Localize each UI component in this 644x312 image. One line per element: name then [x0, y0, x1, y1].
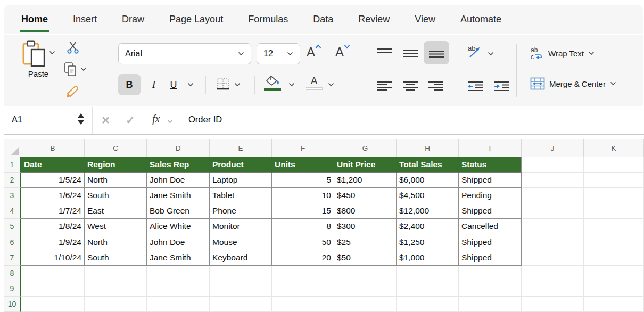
tab-view[interactable]: View: [415, 14, 435, 25]
cell[interactable]: Mouse: [210, 234, 272, 250]
chevron-down-icon[interactable]: [234, 83, 241, 87]
column-header-f[interactable]: F: [272, 139, 334, 157]
align-top-button[interactable]: [377, 47, 393, 59]
cell[interactable]: [584, 219, 644, 234]
cell[interactable]: [334, 281, 397, 297]
increase-indent-button[interactable]: [494, 80, 510, 92]
cell[interactable]: Laptop: [210, 173, 272, 188]
cell[interactable]: South: [85, 188, 147, 203]
cell[interactable]: Shipped: [459, 173, 522, 188]
align-right-button[interactable]: [428, 80, 444, 92]
cell[interactable]: Alice White: [147, 219, 210, 234]
cell[interactable]: [522, 203, 584, 219]
merge-center-button[interactable]: Merge & Center: [530, 77, 616, 90]
row-header[interactable]: 5: [4, 219, 21, 234]
cell[interactable]: [85, 266, 147, 281]
cell[interactable]: [334, 266, 397, 281]
cell[interactable]: 1/7/24: [21, 203, 85, 219]
cell[interactable]: [210, 281, 272, 297]
cell[interactable]: John Doe: [147, 173, 210, 188]
cell[interactable]: [584, 281, 644, 297]
row-header[interactable]: 4: [4, 203, 21, 219]
chevron-down-icon[interactable]: [328, 83, 334, 87]
cell[interactable]: Shipped: [459, 250, 522, 266]
underline-button[interactable]: U: [164, 74, 183, 95]
cell[interactable]: [397, 266, 459, 281]
cell[interactable]: [85, 297, 147, 312]
select-all-corner[interactable]: [4, 139, 21, 157]
cell[interactable]: Pending: [459, 188, 522, 203]
cell[interactable]: Cancelled: [459, 219, 522, 234]
cell[interactable]: [522, 219, 584, 234]
cell[interactable]: 1/5/24: [21, 173, 85, 188]
align-middle-button[interactable]: [402, 47, 418, 59]
cell[interactable]: [397, 281, 459, 297]
cell[interactable]: [334, 297, 397, 312]
row-header[interactable]: 3: [4, 188, 21, 203]
cell[interactable]: Product: [210, 157, 272, 173]
cell[interactable]: Shipped: [459, 203, 522, 219]
increase-font-size-button[interactable]: A: [307, 45, 321, 59]
cell[interactable]: 5: [272, 173, 334, 188]
cell[interactable]: Bob Green: [147, 203, 210, 219]
row-header[interactable]: 6: [4, 234, 21, 250]
cell[interactable]: [397, 297, 459, 312]
borders-button[interactable]: [216, 77, 230, 91]
cell[interactable]: [584, 188, 644, 203]
font-family-select[interactable]: Arial: [118, 43, 251, 64]
cell[interactable]: 1/9/24: [21, 234, 85, 250]
column-header-e[interactable]: E: [210, 139, 272, 157]
copy-button[interactable]: [63, 61, 87, 77]
cell[interactable]: Keyboard: [210, 250, 272, 266]
cell[interactable]: $1,200: [334, 173, 397, 188]
italic-button[interactable]: I: [145, 74, 163, 95]
tab-insert[interactable]: Insert: [73, 14, 97, 25]
cell[interactable]: [147, 281, 210, 297]
cell[interactable]: [584, 250, 644, 266]
orientation-button[interactable]: ab: [467, 44, 482, 59]
cell[interactable]: [147, 266, 210, 281]
cell[interactable]: [522, 250, 584, 266]
cell[interactable]: [522, 266, 584, 281]
cell[interactable]: North: [85, 173, 147, 188]
cell[interactable]: [210, 266, 272, 281]
tab-page-layout[interactable]: Page Layout: [169, 14, 223, 25]
column-header-j[interactable]: J: [522, 139, 584, 157]
tab-draw[interactable]: Draw: [122, 14, 144, 25]
fill-color-button[interactable]: [264, 75, 281, 91]
name-box-stepper[interactable]: [78, 113, 84, 125]
row-header[interactable]: 2: [4, 173, 21, 188]
cell[interactable]: South: [85, 250, 147, 266]
cell[interactable]: [584, 173, 644, 188]
cell[interactable]: [584, 203, 644, 219]
cell[interactable]: 50: [272, 234, 334, 250]
cell[interactable]: West: [85, 219, 147, 234]
cell[interactable]: [21, 266, 85, 281]
column-header-k[interactable]: K: [584, 139, 644, 157]
chevron-down-icon[interactable]: [288, 83, 295, 87]
column-header-b[interactable]: B: [21, 139, 85, 157]
cell[interactable]: John Doe: [147, 234, 210, 250]
cell[interactable]: $800: [334, 203, 397, 219]
cell[interactable]: [522, 234, 584, 250]
cell[interactable]: [584, 266, 644, 281]
cell[interactable]: [85, 281, 147, 297]
cell[interactable]: [522, 188, 584, 203]
cell[interactable]: $6,000: [397, 173, 459, 188]
enter-button[interactable]: ✓: [126, 114, 135, 127]
cell[interactable]: [459, 281, 522, 297]
stepper-up-icon[interactable]: [78, 113, 84, 118]
cell[interactable]: [584, 157, 644, 173]
cell[interactable]: 1/6/24: [21, 188, 85, 203]
tab-review[interactable]: Review: [358, 14, 390, 25]
cell[interactable]: [272, 281, 334, 297]
cell[interactable]: Region: [85, 157, 147, 173]
cell[interactable]: Status: [459, 157, 522, 173]
column-header-d[interactable]: D: [147, 139, 210, 157]
row-header[interactable]: 10: [4, 297, 21, 312]
tab-formulas[interactable]: Formulas: [248, 14, 288, 25]
cell[interactable]: 8: [272, 219, 334, 234]
cell[interactable]: [272, 297, 334, 312]
cell[interactable]: 20: [272, 250, 334, 266]
cell[interactable]: [584, 234, 644, 250]
